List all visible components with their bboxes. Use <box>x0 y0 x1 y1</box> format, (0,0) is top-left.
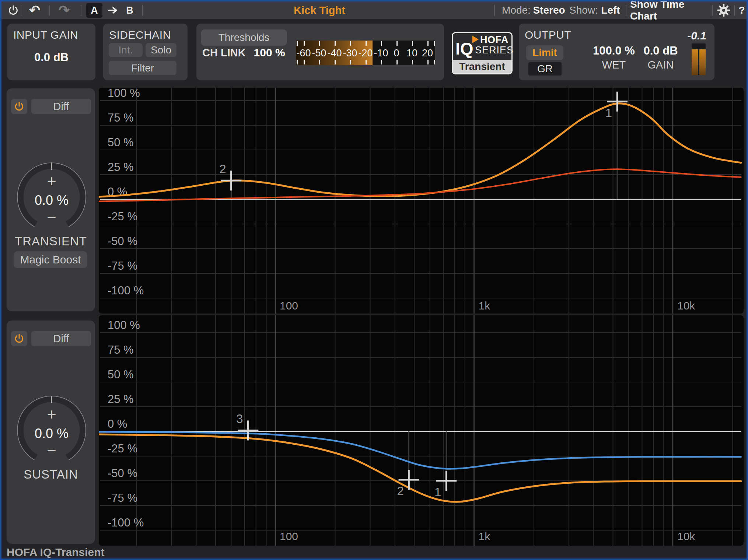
divider <box>712 5 713 16</box>
y-tick-label: 50 % <box>108 136 134 149</box>
transient-diff-button[interactable]: Diff <box>31 99 91 114</box>
hofa-logo: HOFA IQ SERIES Transient <box>452 32 513 74</box>
meter-scale-tick <box>366 41 367 46</box>
meter-scale-tick <box>412 60 413 64</box>
y-tick-label: 100 % <box>108 88 140 99</box>
thresholds-button[interactable]: Thresholds <box>201 29 287 46</box>
y-tick-label: -25 % <box>108 442 137 455</box>
sidechain-filter-button[interactable]: Filter <box>109 61 176 75</box>
sustain-knob[interactable]: + 0.0 % − <box>15 393 88 467</box>
y-tick-label: -100 % <box>108 284 144 297</box>
settings-button[interactable] <box>715 1 733 19</box>
knob-decrease-button[interactable]: − <box>15 442 88 459</box>
show-channel-select[interactable]: Left <box>598 1 623 19</box>
plugin-bypass-button[interactable] <box>4 1 22 19</box>
input-gain-value[interactable]: 0.0 dB <box>7 51 95 64</box>
meter-scale-tick <box>304 60 305 64</box>
peak-readout[interactable]: -0.1 <box>687 29 706 42</box>
sustain-frequency-chart[interactable]: 100 %75 %50 %25 %0 %-25 %-50 %-75 %-100 … <box>99 315 744 546</box>
y-tick-label: -50 % <box>108 467 137 480</box>
sidechain-solo-button[interactable]: Solo <box>146 43 176 57</box>
transient-panel: Diff + 0.0 % − TRANSIENT Magic Boost <box>7 88 95 311</box>
thresholds-panel: Thresholds CH LINK 100 % -60-50-40-30-20… <box>196 24 444 80</box>
sustain-knob-value[interactable]: 0.0 % <box>15 427 88 440</box>
meter-scale-tick <box>304 41 305 46</box>
titlebar: ↶ ↷ A B Kick Tight Mode: Stereo Show: Le… <box>1 1 747 19</box>
knob-decrease-button[interactable]: − <box>15 209 88 225</box>
divider <box>142 5 143 16</box>
output-panel: OUTPUT Limit GR 100.0 % WET 0.0 dB GAIN … <box>519 24 714 80</box>
transient-frequency-chart[interactable]: 100 %75 %50 %25 %0 %-25 %-50 %-75 %-100 … <box>99 88 744 314</box>
meter-bar-right <box>699 43 706 75</box>
sustain-curve-main[interactable] <box>99 434 741 502</box>
sidechain-panel: SIDECHAIN Int. Solo Filter <box>103 24 188 80</box>
marker-label: 1 <box>605 106 612 120</box>
limit-button[interactable]: Limit <box>526 45 563 60</box>
transient-knob[interactable]: + 0.0 % − <box>15 160 88 234</box>
ab-b-label: B <box>126 5 133 16</box>
ab-a-label: A <box>86 3 102 18</box>
sidechain-int-button[interactable]: Int. <box>109 43 143 57</box>
knob-increase-button[interactable]: + <box>15 406 88 423</box>
output-title: OUTPUT <box>525 29 571 41</box>
sustain-curve-secondary[interactable] <box>99 432 741 469</box>
meter-scale-tick <box>335 60 336 64</box>
sidechain-level-meter[interactable]: -60-50-40-30-20-1001020 <box>296 41 435 65</box>
meter-scale-tick <box>319 60 320 64</box>
ch-link-value[interactable]: 100 % <box>254 46 285 59</box>
gr-button[interactable]: GR <box>528 62 562 76</box>
meter-scale-label: 0 <box>394 47 399 59</box>
logo-series: SERIES <box>475 45 514 56</box>
meter-scale-tick <box>434 60 435 64</box>
mode-label: Mode: <box>500 1 533 19</box>
logo-brand: HOFA <box>480 34 508 46</box>
meter-scale-tick <box>412 41 413 46</box>
sustain-diff-button[interactable]: Diff <box>31 331 91 346</box>
marker-label: 2 <box>397 484 403 498</box>
meter-scale-tick <box>396 60 398 64</box>
meter-scale-label: -30 <box>343 47 357 59</box>
marker-label: 1 <box>434 485 441 499</box>
x-tick-label: 10k <box>677 300 695 312</box>
redo-button[interactable]: ↷ <box>53 1 75 19</box>
power-icon <box>14 333 24 344</box>
x-tick-label: 10k <box>677 530 695 542</box>
undo-icon: ↶ <box>29 4 40 17</box>
divider <box>494 5 495 16</box>
gain-control[interactable]: 0.0 dB GAIN <box>629 44 692 71</box>
meter-scale-tick <box>427 60 429 64</box>
band-marker-3[interactable]: 3 <box>236 412 258 440</box>
help-button[interactable]: ? <box>735 1 748 19</box>
band-marker-1[interactable]: 1 <box>434 471 457 499</box>
transient-power-button[interactable] <box>11 99 27 114</box>
meter-scale-tick <box>396 41 398 46</box>
y-tick-label: 25 % <box>108 393 134 406</box>
undo-button[interactable]: ↶ <box>24 1 46 19</box>
divider <box>49 5 50 16</box>
ab-slot-a-button[interactable]: A <box>85 1 103 19</box>
knob-increase-button[interactable]: + <box>15 173 88 189</box>
meter-scale-tick <box>350 41 351 46</box>
y-tick-label: 75 % <box>108 111 134 124</box>
sustain-power-button[interactable] <box>11 331 27 346</box>
a-to-b-copy-button[interactable] <box>105 1 122 19</box>
ab-slot-b-button[interactable]: B <box>123 1 136 19</box>
magic-boost-button[interactable]: Magic Boost <box>14 251 87 268</box>
meter-scale-label: 20 <box>422 47 433 59</box>
logo-product: Transient <box>453 60 511 73</box>
transient-knob-value[interactable]: 0.0 % <box>15 194 88 207</box>
preset-title[interactable]: Kick Tight <box>246 1 393 19</box>
power-icon <box>14 101 24 112</box>
x-tick-label: 100 <box>280 300 298 312</box>
input-gain-panel: INPUT GAIN 0.0 dB <box>7 24 95 80</box>
band-marker-2[interactable]: 2 <box>219 162 241 190</box>
meter-scale-tick <box>350 60 351 64</box>
show-time-chart-button[interactable]: Show Time Chart <box>630 1 710 19</box>
marker-label: 3 <box>236 412 243 426</box>
meter-scale-label: -10 <box>374 47 388 59</box>
meter-scale-label: -60 <box>296 47 311 59</box>
y-tick-label: -75 % <box>108 259 137 272</box>
mode-select[interactable]: Stereo <box>531 1 567 19</box>
meter-scale-tick <box>335 41 336 46</box>
y-tick-label: -25 % <box>108 210 137 223</box>
